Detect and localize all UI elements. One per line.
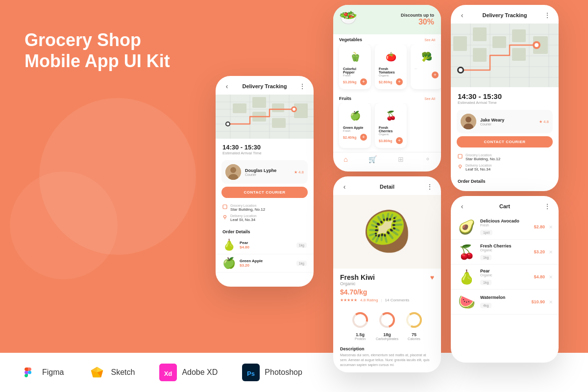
cart-item-avocado: 🥑 Delicious Avocado Fresh 1pct $2.80 ✕: [451, 215, 559, 240]
nav-map-icon[interactable]: ⊞: [398, 155, 404, 163]
description-section: Description Maecenas dui sem, elementum …: [333, 344, 441, 369]
add-cherries-btn[interactable]: +: [396, 137, 403, 144]
phone4-rating: ★ 4.8: [539, 120, 549, 124]
remove-pear-btn[interactable]: ✕: [549, 274, 553, 280]
menu-icon-detail[interactable]: ⋮: [425, 182, 434, 191]
phone1-locations: Grocery Location Star Building, No.12 De…: [216, 201, 314, 227]
svg-rect-20: [233, 103, 246, 113]
svg-rect-57: [512, 48, 526, 61]
svg-text:Xd: Xd: [164, 370, 172, 377]
add-tomato-btn[interactable]: +: [396, 78, 403, 85]
courier-avatar: [225, 164, 241, 180]
back-icon-p4[interactable]: ‹: [458, 11, 466, 20]
phone-delivery-tracking-small: ‹ Delivery Tracking ⋮: [216, 76, 314, 287]
add-apple-btn[interactable]: +: [360, 134, 367, 141]
bottom-nav: ⌂ 🛒 ⊞ ⚬: [333, 152, 441, 166]
rating-row: ★★★★★ 4.8 Rating | 14 Comments: [340, 298, 434, 302]
xd-icon: Xd: [159, 364, 177, 381]
phone5-header: ‹ Cart ⋮: [451, 196, 559, 215]
phone4-map: [451, 24, 559, 87]
phone4-courier: Jake Weary Courier ★ 4.8: [457, 110, 553, 133]
svg-rect-21: [252, 97, 266, 108]
svg-rect-54: [473, 48, 487, 62]
figma-icon: [20, 364, 37, 381]
phone1-header: ‹ Delivery Tracking ⋮: [216, 76, 314, 95]
phone3-header: ‹ Detail ⋮: [333, 176, 441, 195]
fruits-section-header: Fruits See All: [333, 93, 441, 103]
svg-point-60: [459, 68, 463, 72]
svg-point-27: [226, 122, 229, 125]
remove-cherries-btn[interactable]: ✕: [549, 249, 553, 255]
back-icon-detail[interactable]: ‹: [340, 182, 349, 191]
svg-rect-56: [512, 29, 526, 42]
banner-text: Discounts up to 30%: [401, 13, 434, 26]
add-extra-btn[interactable]: +: [432, 72, 439, 78]
remove-avocado-btn[interactable]: ✕: [549, 224, 553, 230]
contact-courier-btn[interactable]: CONTACT COURIER: [221, 187, 308, 198]
menu-icon-cart[interactable]: ⋮: [543, 202, 552, 211]
product-pepper: 🫑 Colorful Pepper Fresh $3.20/kg +: [339, 44, 371, 89]
nutrition-row: 1.5g Protein 18g Carbohydrates 75 Calori…: [333, 307, 441, 344]
svg-point-62: [535, 43, 539, 47]
svg-rect-53: [473, 27, 487, 41]
svg-point-29: [293, 108, 295, 111]
phone4-grocery-icon: [458, 154, 463, 159]
cart-item-cherries: 🍒 Fresh Cherries Organic 1kg $3.20 ✕: [451, 240, 559, 265]
phone4-title: Delivery Tracking: [466, 12, 543, 18]
sketch-icon: [88, 364, 106, 381]
svg-point-34: [224, 216, 226, 218]
phone4-header: ‹ Delivery Tracking ⋮: [451, 5, 559, 24]
menu-icon[interactable]: ⋮: [298, 82, 307, 91]
svg-point-64: [466, 117, 471, 122]
vegetables-row: 🫑 Colorful Pepper Fresh $3.20/kg + 🍅 Fre…: [333, 44, 441, 93]
svg-rect-24: [272, 118, 286, 128]
svg-rect-66: [458, 154, 462, 158]
phone1-map: [216, 95, 314, 139]
cart-item-pear: 🍐 Pear Organic 1kg $4.80 ✕: [451, 265, 559, 290]
product-extra: 🥦 ··· +: [411, 44, 441, 89]
phone4-delivery-icon: [458, 164, 463, 169]
courier-rating: ★ 4.8: [294, 170, 304, 174]
phone5-title: Cart: [466, 203, 543, 209]
adobe-xd-tool: Xd Adobe XD: [159, 364, 218, 381]
vegetables-section-header: Vegetables See All: [333, 34, 441, 44]
phone4-locations: Grocery Location Star Building, No.12 De…: [451, 150, 559, 177]
nav-cart-icon[interactable]: 🛒: [368, 155, 377, 163]
svg-point-0: [28, 371, 31, 374]
back-icon[interactable]: ‹: [222, 82, 231, 91]
photoshop-tool: Ps Photoshop: [242, 364, 302, 381]
back-icon-cart[interactable]: ‹: [458, 202, 466, 211]
cart-item-watermelon: 🍉 Watermelon 4kg $10.90 ✕: [451, 290, 559, 315]
remove-watermelon-btn[interactable]: ✕: [549, 299, 553, 305]
phone4-contact-btn[interactable]: CONTACT COURIER: [457, 136, 553, 147]
svg-rect-52: [453, 36, 467, 51]
phone4-courier-avatar: [461, 114, 476, 129]
sketch-label: Sketch: [111, 368, 135, 377]
phone-grocery-listing: 🥗 Discounts up to 30% Vegetables See All…: [333, 5, 441, 172]
order-details-title: Order Details: [216, 227, 314, 236]
carbs-item: 18g Carbohydrates: [376, 311, 398, 341]
svg-rect-55: [492, 36, 506, 48]
phone4-order-title: Order Details: [451, 177, 559, 186]
phone1-time: 14:30 - 15:30 Estimated Arrival Time: [216, 139, 314, 157]
product-tomato: 🍅 Fresh Tomatoes Organic $2.60/kg +: [375, 44, 407, 89]
ps-icon: Ps: [242, 364, 260, 381]
bg-decoration-circle-2: [10, 172, 118, 279]
menu-icon-p4[interactable]: ⋮: [543, 11, 552, 20]
heart-icon[interactable]: ♥: [430, 273, 434, 281]
svg-text:Ps: Ps: [247, 370, 255, 377]
product-hero-image: 🥝: [333, 195, 441, 269]
product-info: Fresh Kiwi Organic ♥ $4.70/kg ★★★★★ 4.8 …: [333, 269, 441, 307]
figma-label: Figma: [42, 368, 64, 377]
phone3-title: Detail: [349, 184, 425, 190]
phone1-title: Delivery Tracking: [231, 83, 298, 89]
phone-product-detail: ‹ Detail ⋮ 🥝 Fresh Kiwi Organic ♥ $4.70/…: [333, 176, 441, 372]
nav-profile-icon[interactable]: ⚬: [425, 155, 431, 163]
nav-home-icon[interactable]: ⌂: [343, 155, 347, 163]
protein-item: 1.5g Protein: [351, 311, 369, 341]
ps-label: Photoshop: [265, 368, 302, 377]
add-pepper-btn[interactable]: +: [360, 78, 367, 85]
svg-rect-23: [272, 103, 284, 112]
svg-point-31: [230, 167, 236, 173]
grocery-location-icon: [222, 204, 227, 209]
